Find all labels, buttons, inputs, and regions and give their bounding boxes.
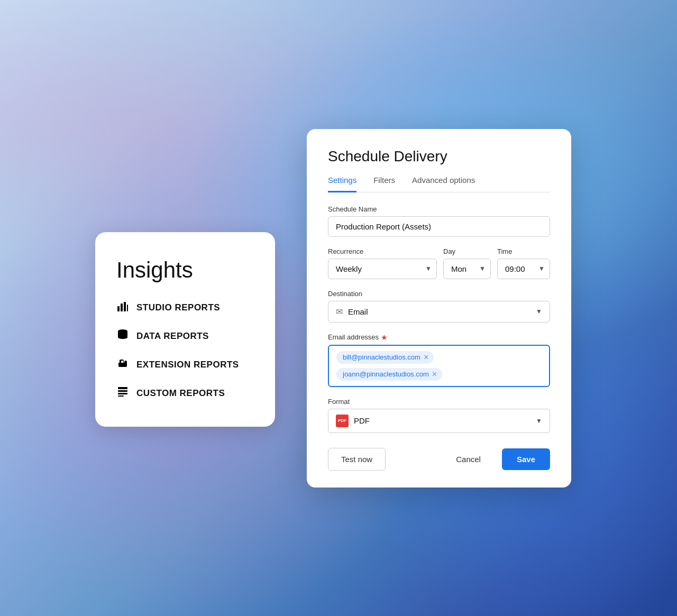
- email-tag-0-remove[interactable]: ×: [424, 353, 428, 362]
- extension-icon: [116, 357, 129, 373]
- recurrence-select-wrapper: Weekly Daily Monthly ▼: [328, 259, 437, 279]
- svg-point-5: [120, 364, 121, 365]
- email-tag-1-value: joann@pinnaclestudios.com: [343, 370, 429, 378]
- tab-filters[interactable]: Filters: [373, 176, 395, 192]
- dialog-actions: Test now Cancel Save: [328, 448, 550, 471]
- svg-rect-10: [118, 396, 124, 397]
- studio-reports-label: STUDIO REPORTS: [136, 302, 220, 313]
- pdf-icon: PDF: [336, 415, 349, 427]
- svg-rect-9: [118, 393, 127, 394]
- destination-dropdown-icon: ▼: [536, 308, 542, 315]
- recurrence-row: Recurrence Weekly Daily Monthly ▼ Day Mo…: [328, 247, 550, 279]
- format-label: Format: [328, 398, 550, 406]
- time-field: Time 09:00 08:00 10:00 11:00 12:00 ▼: [497, 247, 550, 279]
- svg-rect-7: [118, 387, 127, 389]
- recurrence-label: Recurrence: [328, 247, 437, 255]
- email-tag-0-value: bill@pinnaclestudios.com: [343, 353, 420, 361]
- time-label: Time: [497, 247, 550, 255]
- svg-rect-0: [117, 306, 120, 311]
- sidebar-item-extension-reports[interactable]: EXTENSION REPORTS: [116, 357, 254, 373]
- database-icon: [116, 328, 129, 344]
- required-star: ★: [381, 333, 388, 342]
- custom-reports-label: CUSTOM REPORTS: [136, 388, 225, 399]
- email-tag-1-remove[interactable]: ×: [432, 370, 437, 379]
- custom-reports-icon: [116, 385, 129, 401]
- svg-rect-8: [118, 390, 127, 392]
- recurrence-field: Recurrence Weekly Daily Monthly ▼: [328, 247, 437, 279]
- extension-reports-label: EXTENSION REPORTS: [136, 360, 239, 370]
- format-field: Format PDF PDF ▼: [328, 398, 550, 433]
- destination-select[interactable]: ✉ Email ▼: [328, 301, 550, 323]
- email-tag-1: joann@pinnaclestudios.com ×: [336, 368, 442, 381]
- time-select[interactable]: 09:00 08:00 10:00 11:00 12:00: [497, 259, 550, 279]
- day-field: Day Mon Tue Wed Thu Fri Sat Sun ▼: [443, 247, 491, 279]
- schedule-name-field: Schedule Name: [328, 205, 550, 237]
- svg-point-6: [125, 364, 126, 365]
- schedule-delivery-dialog: Schedule Delivery Settings Filters Advan…: [307, 129, 571, 488]
- destination-value: Email: [348, 307, 536, 316]
- content-area: Insights STUDIO REPORTS: [0, 0, 677, 616]
- svg-rect-1: [121, 304, 123, 311]
- dialog-tabs: Settings Filters Advanced options: [328, 176, 550, 192]
- destination-label: Destination: [328, 290, 550, 298]
- insights-card: Insights STUDIO REPORTS: [95, 232, 275, 427]
- day-select[interactable]: Mon Tue Wed Thu Fri Sat Sun: [443, 259, 491, 279]
- bar-chart-icon: [116, 300, 129, 316]
- email-tag-input[interactable]: bill@pinnaclestudios.com × joann@pinnacl…: [328, 345, 550, 387]
- email-addresses-label: Email addresses ★: [328, 333, 550, 342]
- sidebar-item-studio-reports[interactable]: STUDIO REPORTS: [116, 300, 254, 316]
- schedule-name-label: Schedule Name: [328, 205, 550, 213]
- day-select-wrapper: Mon Tue Wed Thu Fri Sat Sun ▼: [443, 259, 491, 279]
- destination-field: Destination ✉ Email ▼: [328, 290, 550, 323]
- svg-rect-3: [127, 305, 128, 311]
- insights-title: Insights: [116, 258, 254, 283]
- dialog-title: Schedule Delivery: [328, 148, 550, 165]
- format-value: PDF: [354, 416, 536, 425]
- data-reports-label: DATA REPORTS: [136, 331, 209, 342]
- sidebar-item-data-reports[interactable]: DATA REPORTS: [116, 328, 254, 344]
- time-select-wrapper: 09:00 08:00 10:00 11:00 12:00 ▼: [497, 259, 550, 279]
- recurrence-select[interactable]: Weekly Daily Monthly: [328, 259, 437, 279]
- svg-rect-2: [124, 302, 126, 311]
- test-now-button[interactable]: Test now: [328, 448, 386, 471]
- day-label: Day: [443, 247, 491, 255]
- save-button[interactable]: Save: [502, 448, 550, 470]
- cancel-button[interactable]: Cancel: [443, 448, 493, 470]
- format-dropdown-icon: ▼: [536, 417, 542, 425]
- email-tag-0: bill@pinnaclestudios.com ×: [336, 351, 434, 364]
- schedule-name-input[interactable]: [328, 216, 550, 237]
- sidebar-item-custom-reports[interactable]: CUSTOM REPORTS: [116, 385, 254, 401]
- tab-advanced-options[interactable]: Advanced options: [412, 176, 475, 192]
- email-icon: ✉: [336, 307, 343, 317]
- tab-settings[interactable]: Settings: [328, 176, 356, 192]
- format-select[interactable]: PDF PDF ▼: [328, 409, 550, 433]
- email-addresses-field: Email addresses ★ bill@pinnaclestudios.c…: [328, 333, 550, 387]
